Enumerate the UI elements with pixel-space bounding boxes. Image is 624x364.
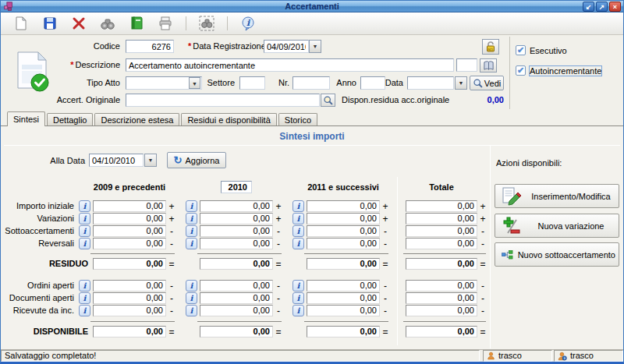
info-icon[interactable]: i (186, 305, 197, 316)
amount-field[interactable]: 0,00 (406, 280, 477, 292)
tab-dettaglio[interactable]: Dettaglio (47, 113, 93, 125)
amount-field[interactable]: 0,00 (406, 238, 477, 249)
search-button[interactable] (98, 14, 117, 33)
info-button[interactable]: i (239, 14, 257, 33)
amount-field[interactable]: 0,00 (200, 280, 273, 292)
info-icon[interactable]: i (292, 305, 304, 316)
anno-input[interactable] (360, 76, 385, 90)
alla-data-dropdown[interactable]: ▼ (144, 154, 157, 167)
amount-field[interactable]: 0,00 (307, 326, 380, 337)
data-registrazione-dropdown[interactable]: ▼ (309, 40, 321, 53)
amount-field[interactable]: 0,00 (307, 225, 380, 237)
accert-originale-search-button[interactable] (321, 94, 335, 107)
amount-field[interactable]: 0,00 (307, 200, 380, 212)
amount-field[interactable]: 0,00 (406, 326, 477, 337)
amount-field[interactable]: 0,00 (200, 200, 273, 212)
restore-up-button[interactable]: ↗ (596, 2, 608, 12)
tab-descrizione-estesa[interactable]: Descrizione estesa (94, 113, 179, 125)
settore-input[interactable] (239, 76, 265, 90)
codice-input[interactable] (126, 40, 174, 53)
info-icon[interactable]: i (292, 200, 304, 212)
tab-residui-disponibilita[interactable]: Residui e disponibilità (181, 113, 276, 125)
tab-sintesi[interactable]: Sintesi (7, 111, 45, 126)
amount-field[interactable]: 0,00 (93, 225, 166, 237)
inserimento-modifica-button[interactable]: Inserimento/Modifica (495, 184, 619, 208)
delete-button[interactable] (69, 14, 88, 33)
amount-field[interactable]: 0,00 (200, 213, 273, 224)
amount-field[interactable]: 0,00 (406, 292, 477, 304)
tab-storico[interactable]: Storico (278, 113, 317, 125)
info-icon[interactable]: i (79, 200, 90, 212)
nuovo-sottoaccertamento-button[interactable]: Nuovo sottoaccertamento (495, 242, 619, 267)
amount-field[interactable]: 0,00 (307, 292, 380, 304)
info-icon[interactable]: i (79, 238, 90, 249)
info-icon[interactable]: i (79, 292, 90, 304)
amount-field[interactable]: 0,00 (406, 213, 477, 224)
nr-input[interactable] (292, 76, 330, 90)
amount-field[interactable]: 0,00 (200, 225, 273, 237)
info-icon[interactable]: i (79, 305, 90, 316)
amount-field[interactable]: 0,00 (93, 305, 166, 316)
close-button[interactable]: × (609, 2, 621, 12)
info-icon[interactable]: i (292, 280, 304, 292)
amount-field[interactable]: 0,00 (93, 280, 166, 292)
alla-data-input[interactable] (89, 154, 144, 167)
data-registrazione-input[interactable] (264, 40, 309, 53)
aggiorna-button[interactable]: ↻ Aggiorna (167, 152, 226, 168)
info-icon[interactable]: i (79, 213, 90, 224)
amount-field[interactable]: 0,00 (200, 238, 273, 249)
amount-field[interactable]: 0,00 (406, 258, 477, 270)
amount-field[interactable]: 0,00 (307, 280, 380, 292)
new-button[interactable] (12, 14, 30, 33)
checkmark-icon[interactable]: ✔ (516, 45, 526, 55)
info-icon[interactable]: i (292, 213, 304, 224)
amount-field[interactable]: 0,00 (200, 258, 273, 270)
amount-field[interactable]: 0,00 (93, 200, 166, 212)
checkmark-icon[interactable]: ✔ (516, 65, 526, 76)
titlebar[interactable]: Accertamenti ↙ ↗ × (1, 1, 623, 12)
info-icon[interactable]: i (292, 238, 304, 249)
print-button[interactable] (156, 14, 175, 33)
info-icon[interactable]: i (186, 280, 197, 292)
accert-originale-input[interactable] (126, 94, 320, 107)
dictionary-button[interactable] (480, 58, 497, 72)
info-icon[interactable]: i (79, 280, 90, 292)
info-icon[interactable]: i (186, 292, 197, 304)
amount-field[interactable]: 0,00 (93, 326, 166, 337)
descrizione-input[interactable] (126, 58, 454, 72)
archive-button[interactable] (127, 14, 146, 33)
lock-button[interactable]: ACL (482, 39, 499, 55)
info-icon[interactable]: i (292, 225, 304, 237)
amount-field[interactable]: 0,00 (307, 238, 380, 249)
amount-field[interactable]: 0,00 (307, 305, 380, 316)
tipo-atto-dropdown[interactable]: ▼ (189, 77, 200, 89)
nuova-variazione-button[interactable]: Nuova variazione (495, 214, 619, 238)
descrizione-code-input[interactable] (456, 58, 477, 72)
esecutivo-checkbox[interactable]: ✔ Esecutivo (516, 45, 567, 55)
amount-field[interactable]: 0,00 (406, 305, 477, 316)
save-button[interactable] (41, 14, 59, 33)
amount-field[interactable]: 0,00 (93, 292, 166, 304)
data-atto-input[interactable] (407, 76, 454, 90)
search-selection-button[interactable] (197, 14, 216, 33)
info-icon[interactable]: i (186, 213, 197, 224)
amount-field[interactable]: 0,00 (307, 213, 380, 224)
amount-field[interactable]: 0,00 (93, 213, 166, 224)
amount-field[interactable]: 0,00 (200, 292, 273, 304)
info-icon[interactable]: i (186, 238, 197, 249)
info-icon[interactable]: i (79, 225, 90, 237)
amount-field[interactable]: 0,00 (307, 258, 380, 270)
autoincrementante-checkbox[interactable]: ✔ Autoincrementante (516, 65, 601, 76)
info-icon[interactable]: i (186, 225, 197, 237)
amount-field[interactable]: 0,00 (200, 326, 273, 337)
amount-field[interactable]: 0,00 (93, 258, 166, 270)
vedi-button[interactable]: Vedi (470, 76, 504, 90)
restore-down-button[interactable]: ↙ (583, 2, 594, 12)
amount-field[interactable]: 0,00 (406, 200, 477, 212)
info-icon[interactable]: i (186, 200, 197, 212)
info-icon[interactable]: i (292, 292, 304, 304)
amount-field[interactable]: 0,00 (406, 225, 477, 237)
amount-field[interactable]: 0,00 (93, 238, 166, 249)
data-atto-dropdown[interactable]: ▼ (455, 76, 467, 90)
amount-field[interactable]: 0,00 (200, 305, 273, 316)
